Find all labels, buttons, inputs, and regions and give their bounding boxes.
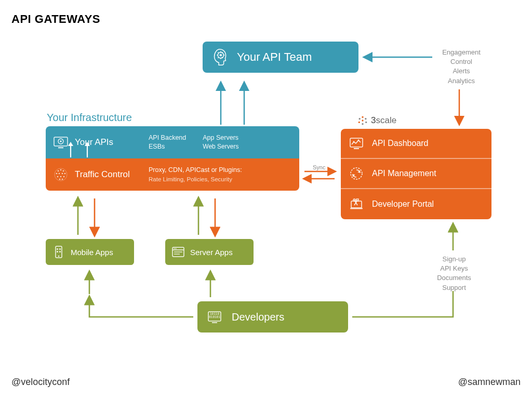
svg-point-21 [365, 118, 366, 119]
svg-point-8 [58, 170, 59, 172]
svg-point-16 [63, 176, 65, 178]
engagement-annotation: EngagementControlAlertsAnalytics [435, 48, 487, 86]
svg-rect-39 [57, 251, 58, 252]
svg-point-19 [362, 116, 363, 118]
footer-left: @velocityconf [11, 377, 70, 388]
svg-text:010101: 010101 [209, 315, 220, 318]
svg-point-14 [57, 176, 59, 178]
infra-heading: Your Infrastructure [47, 112, 132, 124]
window-icon [171, 245, 185, 259]
api-team-label: Your API Team [237, 50, 312, 64]
svg-point-13 [64, 173, 66, 175]
svg-point-25 [362, 119, 363, 121]
sphere-icon [53, 167, 69, 182]
traffic-sub2: Rate Limiting, Policies, Security [149, 175, 299, 183]
svg-point-9 [63, 170, 64, 172]
management-label: API Management [372, 169, 436, 178]
sync-circle-icon [349, 166, 364, 181]
api-team-box: Your API Team [203, 42, 358, 73]
svg-rect-38 [59, 248, 61, 250]
server-apps-label: Server Apps [190, 248, 233, 257]
svg-point-17 [59, 179, 61, 180]
portal-label: Developer Portal [372, 200, 434, 209]
server-apps-box: Server Apps [165, 239, 254, 265]
svg-rect-32 [350, 208, 363, 209]
svg-rect-48 [212, 322, 217, 323]
threescale-brand: 3scale [357, 115, 396, 126]
dashboard-label: API Dashboard [372, 139, 429, 148]
esbs-text: ESBs [149, 142, 186, 152]
dashboard-icon [349, 136, 364, 151]
brand-scale: scale [376, 115, 396, 125]
svg-point-7 [60, 169, 62, 171]
your-apis-row: Your APIs API Backend ESBs App Servers W… [46, 126, 299, 158]
svg-point-24 [362, 123, 363, 125]
svg-rect-40 [59, 251, 61, 252]
your-apis-label: Your APIs [75, 137, 113, 148]
signup-annotation: Sign-upAPI KeysDocumentsSupport [428, 255, 480, 292]
brain-head-icon [210, 47, 230, 67]
threescale-panel: API Dashboard API Management Developer P… [341, 129, 491, 219]
brand-dots-icon [357, 115, 368, 126]
svg-rect-3 [58, 147, 63, 149]
svg-point-12 [62, 173, 63, 175]
tools-laptop-icon [349, 197, 364, 211]
svg-point-18 [62, 179, 63, 180]
mobile-icon [52, 245, 65, 259]
svg-point-11 [59, 173, 60, 175]
svg-text:10110: 10110 [210, 312, 219, 315]
traffic-control-label: Traffic Control [75, 169, 130, 180]
infrastructure-block: Your APIs API Backend ESBs App Servers W… [46, 126, 299, 191]
svg-point-43 [174, 248, 175, 249]
sync-label: Sync [313, 164, 325, 170]
svg-point-28 [353, 141, 355, 143]
api-management-item: API Management [341, 159, 491, 189]
svg-point-10 [56, 173, 58, 175]
svg-point-30 [351, 168, 362, 179]
traffic-sub1: Proxy, CDN, APICast or Plugins: [149, 166, 299, 175]
svg-point-15 [60, 176, 62, 178]
svg-point-36 [58, 256, 60, 257]
footer-right: @samnewman [458, 377, 521, 388]
page-title: API GATEWAYS [11, 12, 100, 26]
mobile-apps-box: Mobile Apps [46, 239, 134, 265]
svg-point-22 [358, 122, 360, 123]
web-servers-text: Web Servers [203, 142, 238, 151]
developers-box: 010101 10110 Developers [197, 301, 348, 332]
mobile-apps-label: Mobile Apps [71, 248, 113, 257]
svg-point-5 [60, 140, 62, 142]
svg-rect-37 [57, 248, 58, 250]
svg-point-20 [359, 118, 361, 119]
developers-label: Developers [232, 311, 284, 323]
api-dashboard-item: API Dashboard [341, 129, 491, 159]
gear-monitor-icon [53, 135, 69, 150]
developer-portal-item: Developer Portal [341, 189, 491, 219]
traffic-control-row: Traffic Control Proxy, CDN, APICast or P… [46, 158, 299, 191]
svg-point-1 [220, 54, 222, 57]
svg-point-44 [176, 248, 177, 249]
app-servers-text: App Servers [203, 134, 238, 143]
svg-point-29 [358, 140, 360, 141]
api-backend-text: API Backend [149, 134, 186, 143]
svg-point-23 [365, 122, 367, 123]
svg-rect-27 [354, 148, 359, 149]
code-screen-icon: 010101 10110 [207, 309, 222, 325]
